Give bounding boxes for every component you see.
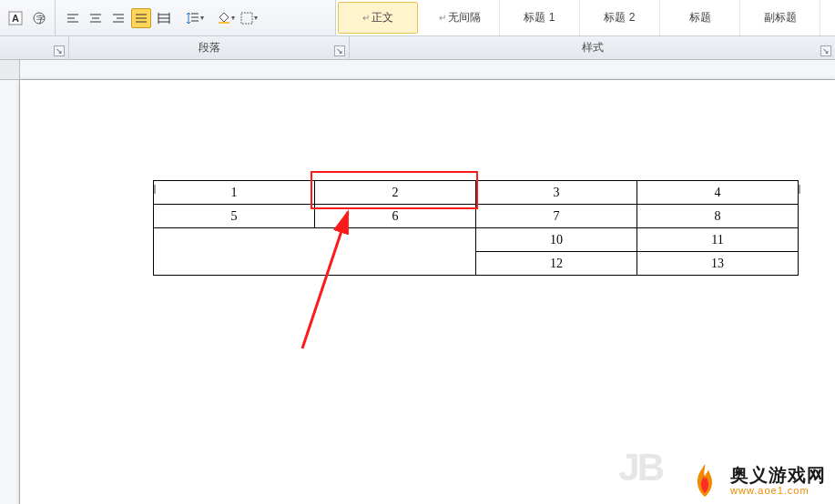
styles-gallery: ↵正文 ↵无间隔 标题 1 标题 2 标题 副标题 [336,0,835,35]
style-heading2[interactable]: 标题 2 [580,0,660,35]
align-center-icon[interactable] [86,8,106,28]
table-row: 5 6 7 8 [154,205,799,228]
styles-group-label: 样式 ↘ [350,36,835,59]
font-dialog-launcher-icon[interactable]: ↘ [54,45,65,56]
ruler-corner [0,60,20,80]
style-label: 标题 2 [604,10,635,25]
table-cell[interactable]: 8 [637,205,799,228]
distributed-icon[interactable] [154,8,174,28]
paragraph-label-text: 段落 [199,40,220,55]
align-left-icon[interactable] [63,8,83,28]
table-cell[interactable]: 4 [637,181,799,205]
align-right-icon[interactable] [108,8,128,28]
horizontal-ruler[interactable] [20,60,835,80]
table-cell[interactable]: 13 [637,252,799,276]
style-normal[interactable]: ↵正文 [338,2,418,34]
table-cell[interactable]: 12 [476,252,637,276]
document-area: 1 2 3 4 5 6 7 8 10 11 12 13 [0,60,835,504]
style-label: 标题 1 [524,10,555,25]
style-heading1[interactable]: 标题 1 [500,0,580,35]
table-cell[interactable]: 7 [476,205,637,228]
table-cell[interactable]: 2 [315,181,476,205]
style-label: 无间隔 [448,10,481,25]
faint-watermark: JB [618,446,662,489]
style-label: 标题 [689,10,711,25]
vertical-ruler[interactable] [0,80,20,504]
site-watermark: 奥义游戏网 www.aoe1.com [685,460,826,500]
table-cell[interactable]: 11 [637,228,799,252]
style-title[interactable]: 标题 [660,0,740,35]
svg-text:字: 字 [36,14,45,23]
style-label: 副标题 [764,10,797,25]
text-highlight-icon[interactable]: A [5,8,25,28]
ribbon: A 字 ▾ ▾ ▾ ↵正文 ↵无间隔 标题 1 标题 2 标题 副标题 [0,0,835,36]
paragraph-group-label: 段落 ↘ [69,36,350,59]
paragraph-dialog-launcher-icon[interactable]: ↘ [334,45,345,56]
table-cell[interactable]: 5 [154,205,315,228]
table-cell-merged[interactable] [154,228,476,276]
style-no-spacing[interactable]: ↵无间隔 [420,0,500,35]
flame-logo-icon [685,460,725,500]
watermark-site-name: 奥义游戏网 [730,465,826,485]
styles-label-text: 样式 [582,40,604,55]
line-spacing-icon[interactable]: ▾ [185,8,205,28]
svg-text:A: A [12,13,19,24]
enclose-char-icon[interactable]: 字 [29,8,49,28]
table-cell[interactable]: 1 [154,181,315,205]
align-justify-icon[interactable] [131,8,151,28]
table-cell[interactable]: 6 [315,205,476,228]
paragraph-group: ▾ ▾ ▾ [56,0,336,35]
borders-icon[interactable]: ▾ [239,8,259,28]
style-label: 正文 [372,10,393,25]
page[interactable]: 1 2 3 4 5 6 7 8 10 11 12 13 [20,80,835,504]
styles-dialog-launcher-icon[interactable]: ↘ [820,45,831,56]
style-subtitle[interactable]: 副标题 [740,0,820,35]
watermark-site-url: www.aoe1.com [730,485,826,496]
table-cell[interactable]: 10 [476,228,637,252]
svg-rect-24 [219,22,229,24]
shading-icon[interactable]: ▾ [216,8,236,28]
ribbon-group-labels: ↘ 段落 ↘ 样式 ↘ [0,36,835,60]
table-row: 1 2 3 4 [154,181,799,205]
svg-rect-25 [241,13,252,24]
table-row: 10 11 [154,228,799,252]
document-table[interactable]: 1 2 3 4 5 6 7 8 10 11 12 13 [153,180,799,276]
table-cell[interactable]: 3 [476,181,637,205]
font-group: A 字 [0,0,56,35]
font-group-label: ↘ [0,36,69,59]
